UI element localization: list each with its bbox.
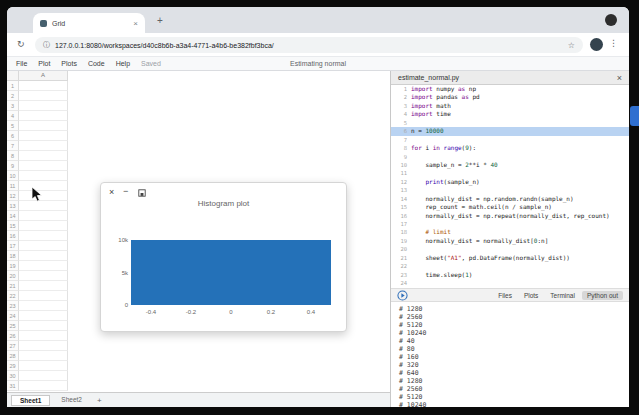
row-header[interactable]: 14: [7, 211, 19, 221]
grid-cell[interactable]: [19, 131, 68, 141]
code-editor[interactable]: 1import numpy as np2import pandas as pd3…: [391, 85, 629, 288]
plot-close-icon[interactable]: ×: [109, 187, 114, 197]
grid-cell[interactable]: [19, 301, 68, 311]
grid-cell[interactable]: [19, 261, 68, 271]
code-line[interactable]: 6n = 10000: [391, 127, 629, 135]
code-line[interactable]: 19 normally_dist = normally_dist[0:n]: [391, 237, 629, 245]
code-line[interactable]: 18 # limit: [391, 228, 629, 236]
code-line[interactable]: 14 normally_dist = np.random.randn(sampl…: [391, 195, 629, 203]
row-header[interactable]: 1: [7, 81, 19, 91]
code-line[interactable]: 22: [391, 262, 629, 270]
row-header[interactable]: 29: [7, 361, 19, 371]
menu-item-help[interactable]: Help: [116, 60, 130, 67]
row-header[interactable]: 2: [7, 91, 19, 101]
spreadsheet-grid[interactable]: A 12345678910111213141516171819202122232…: [7, 71, 390, 392]
menu-item-plot[interactable]: Plot: [38, 60, 50, 67]
grid-cell[interactable]: [19, 251, 68, 261]
code-line[interactable]: 5: [391, 119, 629, 127]
row-header[interactable]: 4: [7, 111, 19, 121]
grid-cell[interactable]: [19, 161, 68, 171]
code-line[interactable]: 2import pandas as pd: [391, 93, 629, 101]
row-header[interactable]: 20: [7, 271, 19, 281]
row-header[interactable]: 10: [7, 171, 19, 181]
row-header[interactable]: 19: [7, 261, 19, 271]
row-header[interactable]: 5: [7, 121, 19, 131]
browser-menu-icon[interactable]: ⋮: [609, 38, 618, 48]
row-header[interactable]: 8: [7, 151, 19, 161]
code-line[interactable]: 7: [391, 136, 629, 144]
row-header[interactable]: 13: [7, 201, 19, 211]
grid-cell[interactable]: [19, 241, 68, 251]
row-header[interactable]: 3: [7, 101, 19, 111]
row-header[interactable]: 11: [7, 181, 19, 191]
grid-cell[interactable]: [19, 171, 68, 181]
grid-cell[interactable]: [19, 201, 68, 211]
histogram-bars[interactable]: [131, 240, 331, 305]
plot-minimize-icon[interactable]: −: [123, 186, 128, 196]
bookmark-star-icon[interactable]: ☆: [568, 41, 575, 50]
column-header-a[interactable]: A: [19, 71, 68, 81]
browser-profile-avatar[interactable]: [605, 14, 617, 26]
menu-item-plots[interactable]: Plots: [61, 60, 77, 67]
sheet-tab-sheet1[interactable]: Sheet1: [11, 395, 50, 406]
menu-item-file[interactable]: File: [16, 60, 27, 67]
code-line[interactable]: 10 sample_n = 2**i * 40: [391, 161, 629, 169]
grid-cell[interactable]: [19, 121, 68, 131]
row-header[interactable]: 9: [7, 161, 19, 171]
grid-cell[interactable]: [19, 331, 68, 341]
menu-item-code[interactable]: Code: [88, 60, 105, 67]
row-header[interactable]: 24: [7, 311, 19, 321]
reload-icon[interactable]: ↻: [17, 39, 25, 49]
console-tab-plots[interactable]: Plots: [519, 291, 543, 300]
grid-cell[interactable]: [19, 81, 68, 91]
grid-cell[interactable]: [19, 191, 68, 201]
row-header[interactable]: 12: [7, 191, 19, 201]
plot-window[interactable]: × − Histogram plot 10k5k0 -0.4-0.200.20.…: [100, 182, 347, 332]
code-line[interactable]: 1import numpy as np: [391, 85, 629, 93]
sheet-tab-sheet2[interactable]: Sheet2: [53, 395, 90, 406]
row-header[interactable]: 15: [7, 221, 19, 231]
code-line[interactable]: 20: [391, 245, 629, 253]
document-title[interactable]: Estimating normal: [290, 60, 346, 67]
grid-cell[interactable]: [19, 271, 68, 281]
browser-tab[interactable]: Grid ×: [33, 13, 145, 33]
grid-cell[interactable]: [19, 381, 68, 391]
grid-cell[interactable]: [19, 351, 68, 361]
site-info-icon[interactable]: ⓘ: [43, 40, 50, 50]
row-header[interactable]: 18: [7, 251, 19, 261]
code-line[interactable]: 8for i in range(9):: [391, 144, 629, 152]
new-tab-button[interactable]: +: [153, 14, 167, 28]
save-plot-icon[interactable]: [138, 189, 146, 197]
code-line[interactable]: 9: [391, 153, 629, 161]
code-line[interactable]: 21 sheet("A1", pd.DataFrame(normally_dis…: [391, 254, 629, 262]
row-header[interactable]: 27: [7, 341, 19, 351]
tab-close-icon[interactable]: ×: [133, 19, 138, 28]
code-line[interactable]: 11: [391, 169, 629, 177]
grid-cell[interactable]: [19, 341, 68, 351]
code-line[interactable]: 13: [391, 186, 629, 194]
grid-cell[interactable]: [19, 321, 68, 331]
code-line[interactable]: 16 normally_dist = np.repeat(normally_di…: [391, 212, 629, 220]
grid-cell[interactable]: [19, 221, 68, 231]
row-header[interactable]: 25: [7, 321, 19, 331]
grid-cell[interactable]: [19, 101, 68, 111]
grid-cell[interactable]: [19, 111, 68, 121]
grid-cell[interactable]: [19, 311, 68, 321]
grid-cell[interactable]: [19, 211, 68, 221]
row-header[interactable]: 7: [7, 141, 19, 151]
code-line[interactable]: 12 print(sample_n): [391, 178, 629, 186]
grid-cell[interactable]: [19, 151, 68, 161]
code-line[interactable]: 24: [391, 279, 629, 287]
code-line[interactable]: 23 time.sleep(1): [391, 271, 629, 279]
grid-cell[interactable]: [19, 281, 68, 291]
row-header[interactable]: 21: [7, 281, 19, 291]
code-line[interactable]: 3import math: [391, 102, 629, 110]
row-header[interactable]: 17: [7, 241, 19, 251]
code-line[interactable]: 4import time: [391, 110, 629, 118]
row-header[interactable]: 6: [7, 131, 19, 141]
grid-corner[interactable]: [7, 71, 19, 81]
console-tab-python-out[interactable]: Python out: [582, 291, 623, 300]
grid-cell[interactable]: [19, 141, 68, 151]
grid-cell[interactable]: [19, 91, 68, 101]
row-header[interactable]: 23: [7, 301, 19, 311]
